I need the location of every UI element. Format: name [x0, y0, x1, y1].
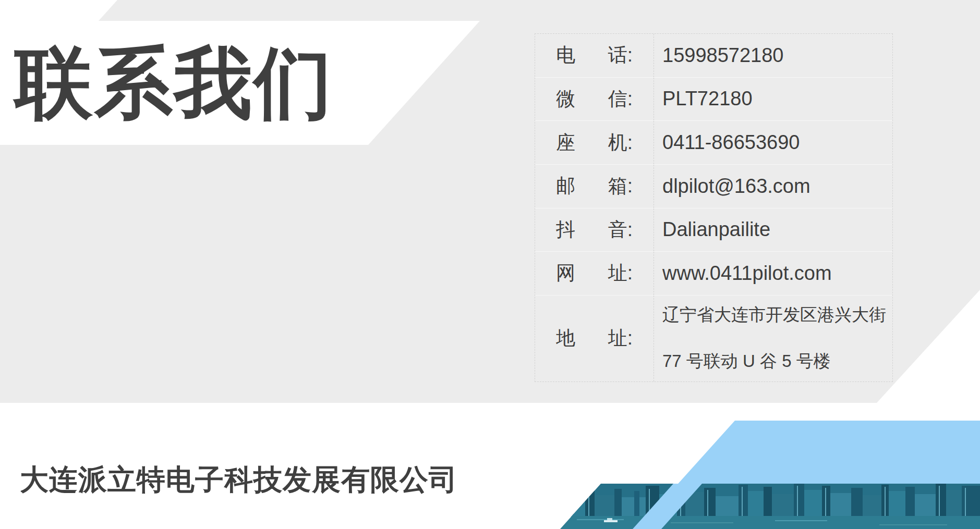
- contact-table: 电话: 15998572180 微信: PLT72180 座机: 0411-86…: [535, 33, 893, 382]
- field-label: 邮箱:: [535, 165, 654, 208]
- address-line-2: 77 号联动 U 谷 5 号楼: [662, 350, 831, 373]
- table-row-wechat: 微信: PLT72180: [535, 78, 892, 121]
- address-value: 辽宁省大连市开发区港兴大街 77 号联动 U 谷 5 号楼: [654, 296, 892, 382]
- table-row-phone: 电话: 15998572180: [535, 34, 892, 78]
- company-name: 大连派立特电子科技发展有限公司: [20, 461, 458, 499]
- address-line-1: 辽宁省大连市开发区港兴大街: [662, 303, 886, 327]
- field-label: 地址:: [535, 296, 654, 382]
- page-title: 联系我们: [15, 44, 334, 122]
- contact-slide: 联系我们 电话: 15998572180 微信: PLT72180 座机: 04…: [0, 0, 980, 529]
- field-label: 微信:: [535, 78, 654, 121]
- wechat-value: PLT72180: [654, 78, 892, 121]
- city-skyline-svg: [556, 484, 980, 529]
- field-label: 电话:: [535, 34, 654, 77]
- email-value: dlpilot@163.com: [654, 165, 892, 208]
- table-row-email: 邮箱: dlpilot@163.com: [535, 165, 892, 208]
- table-row-douyin: 抖音: Dalianpailite: [535, 208, 892, 252]
- table-row-address: 地址: 辽宁省大连市开发区港兴大街 77 号联动 U 谷 5 号楼: [535, 296, 892, 382]
- table-row-landline: 座机: 0411-86653690: [535, 121, 892, 165]
- field-label: 抖音:: [535, 208, 654, 252]
- field-label: 网址:: [535, 252, 654, 295]
- douyin-value: Dalianpailite: [654, 208, 892, 252]
- table-row-website: 网址: www.0411pilot.com: [535, 252, 892, 296]
- field-label: 座机:: [535, 121, 654, 164]
- phone-value: 15998572180: [654, 34, 892, 77]
- city-skyline-image: [556, 484, 980, 529]
- landline-value: 0411-86653690: [654, 121, 892, 164]
- website-value: www.0411pilot.com: [654, 252, 892, 295]
